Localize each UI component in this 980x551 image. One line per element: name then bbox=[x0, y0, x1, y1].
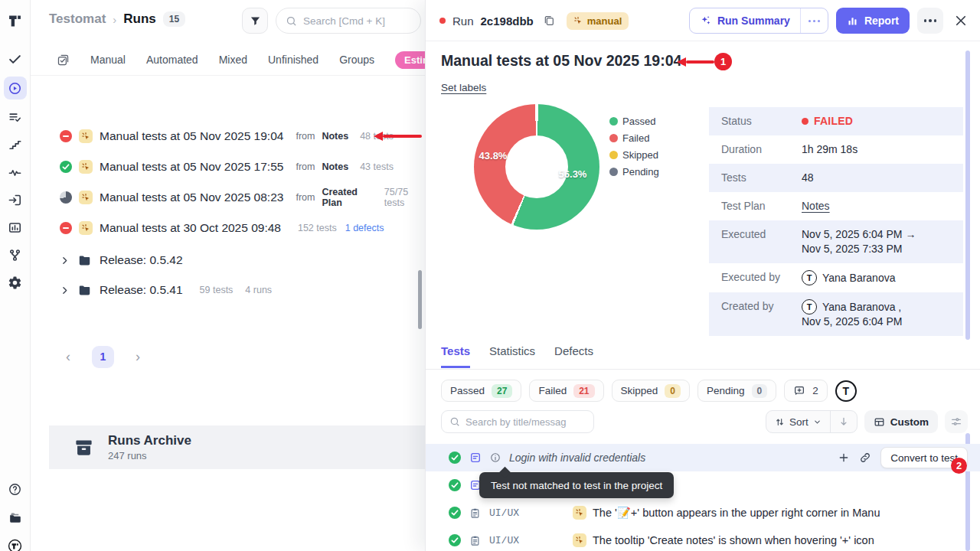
global-search-input[interactable] bbox=[303, 15, 411, 27]
breadcrumb-app[interactable]: Testomat bbox=[49, 11, 106, 27]
tests-search[interactable] bbox=[441, 410, 594, 433]
global-search[interactable] bbox=[276, 8, 421, 34]
pending-dot-icon bbox=[609, 168, 618, 176]
tests-search-input[interactable] bbox=[466, 416, 586, 428]
failed-slice-label: 43.8% bbox=[475, 150, 511, 161]
filter-button[interactable] bbox=[242, 8, 268, 34]
run-id: 2c198dbb bbox=[481, 15, 534, 28]
run-tests-count: 75/75 tests bbox=[384, 187, 425, 208]
run-summary-more-button[interactable] bbox=[800, 8, 828, 33]
annotation-arrow-title bbox=[677, 57, 714, 67]
tab-groups[interactable]: Groups bbox=[339, 54, 374, 66]
assignee-avatar[interactable]: T bbox=[835, 380, 857, 402]
test-row[interactable]: Login with invalid credentials Convert t… bbox=[426, 444, 980, 471]
tab-tests[interactable]: Tests bbox=[441, 344, 470, 368]
info-label: Executed by bbox=[721, 270, 802, 283]
test-row[interactable]: UI/UX The tooltip 'Create notes' is show… bbox=[426, 527, 980, 551]
pulse-nav-icon[interactable] bbox=[4, 161, 27, 184]
run-summary-button[interactable]: Run Summary bbox=[690, 8, 800, 33]
steps-nav-icon[interactable] bbox=[4, 133, 27, 156]
tab-statistics[interactable]: Statistics bbox=[489, 344, 535, 366]
test-plan-link[interactable]: Notes bbox=[802, 199, 830, 214]
run-row[interactable]: Manual tests at 05 Nov 2025 19:04 from N… bbox=[31, 121, 425, 152]
info-icon[interactable] bbox=[490, 452, 501, 463]
run-row[interactable]: Manual tests at 30 Oct 2025 09:48 152 te… bbox=[31, 213, 425, 243]
run-from-label: from bbox=[296, 161, 315, 172]
archive-box-icon bbox=[74, 437, 94, 458]
executed-by-user: TYana Baranova bbox=[802, 270, 895, 285]
run-row[interactable]: Manual tests at 05 Nov 2025 08:23 from C… bbox=[31, 182, 425, 213]
sort-direction-button[interactable] bbox=[830, 411, 857, 432]
custom-columns-button[interactable]: Custom bbox=[864, 410, 938, 433]
chevron-right-icon[interactable] bbox=[60, 256, 70, 266]
copy-icon[interactable] bbox=[543, 15, 555, 27]
custom-label: Custom bbox=[890, 416, 929, 428]
legend-label: Pending bbox=[622, 166, 659, 178]
tab-defects[interactable]: Defects bbox=[554, 344, 593, 366]
folder-icon bbox=[77, 283, 92, 298]
view-settings-button[interactable] bbox=[945, 410, 968, 433]
report-button[interactable]: Report bbox=[836, 8, 910, 34]
release-folder-row[interactable]: Release: 0.5.41 59 tests 4 runs bbox=[31, 276, 425, 305]
next-page-button[interactable]: › bbox=[131, 349, 145, 365]
manual-run-icon bbox=[573, 533, 586, 547]
failed-filter-chip[interactable]: Failed21 bbox=[529, 380, 603, 402]
run-defects-link[interactable]: 1 defects bbox=[345, 223, 384, 233]
info-label: Status bbox=[721, 114, 802, 127]
analytics-nav-icon[interactable] bbox=[4, 216, 27, 239]
detail-scrollbar[interactable] bbox=[965, 51, 970, 340]
release-folder-row[interactable]: Release: 0.5.42 bbox=[31, 246, 425, 275]
prev-page-button[interactable]: ‹ bbox=[61, 349, 75, 365]
runs-scrollbar[interactable] bbox=[418, 270, 422, 329]
import-nav-icon[interactable] bbox=[4, 188, 27, 211]
chart-legend: Passed Failed Skipped Pending bbox=[609, 116, 659, 178]
chevron-right-icon[interactable] bbox=[60, 285, 70, 295]
info-label: Test Plan bbox=[721, 199, 802, 212]
folder-title: Release: 0.5.42 bbox=[100, 253, 183, 267]
docs-icon[interactable] bbox=[4, 506, 27, 529]
breadcrumb-page[interactable]: Runs bbox=[123, 11, 156, 27]
test-plans-nav-icon[interactable] bbox=[4, 106, 27, 129]
add-icon[interactable] bbox=[838, 452, 850, 464]
sort-button[interactable]: Sort bbox=[766, 411, 830, 432]
run-from-value: Notes bbox=[322, 131, 348, 142]
manual-type-badge: manual bbox=[567, 12, 629, 30]
set-labels-link[interactable]: Set labels bbox=[441, 82, 486, 93]
arrow-down-icon bbox=[838, 416, 849, 427]
info-label: Tests bbox=[721, 171, 802, 184]
info-row-executed-by: Executed by TYana Baranova bbox=[709, 263, 963, 292]
clipboard-icon bbox=[469, 507, 481, 519]
more-options-button[interactable] bbox=[917, 8, 943, 34]
runs-archive-bar[interactable]: Runs Archive 247 runs bbox=[49, 425, 425, 469]
test-row[interactable]: UI/UX The '📝+' button appears in the upp… bbox=[426, 499, 980, 527]
help-icon[interactable] bbox=[4, 478, 27, 500]
run-row[interactable]: Manual tests at 05 Nov 2025 17:55 from N… bbox=[31, 152, 425, 182]
tab-unfinished[interactable]: Unfinished bbox=[268, 54, 318, 66]
runs-nav-icon[interactable] bbox=[4, 77, 27, 99]
testomat-logo-icon[interactable] bbox=[4, 9, 27, 32]
skipped-filter-chip[interactable]: Skipped0 bbox=[612, 380, 690, 402]
tests-toolbar: Sort Custom bbox=[426, 410, 980, 434]
passed-dot-icon bbox=[609, 117, 618, 126]
chevron-down-icon bbox=[813, 418, 822, 426]
breadcrumb-separator: › bbox=[113, 13, 116, 26]
branches-nav-icon[interactable] bbox=[4, 243, 27, 266]
manual-run-icon bbox=[79, 191, 93, 204]
pending-filter-chip[interactable]: Pending0 bbox=[697, 380, 776, 402]
failed-status-icon bbox=[60, 222, 72, 234]
avatar: T bbox=[802, 270, 817, 285]
passed-filter-chip[interactable]: Passed27 bbox=[441, 380, 521, 402]
profile-avatar[interactable] bbox=[4, 534, 27, 551]
failed-dot-icon bbox=[439, 18, 446, 24]
close-detail-icon[interactable] bbox=[954, 14, 968, 28]
settings-nav-icon[interactable] bbox=[4, 271, 27, 294]
tab-manual[interactable]: Manual bbox=[90, 54, 126, 66]
link-icon[interactable] bbox=[859, 452, 871, 464]
select-all-icon[interactable] bbox=[57, 54, 70, 67]
comments-filter-chip[interactable]: 2 bbox=[784, 380, 828, 402]
checks-nav-icon[interactable] bbox=[4, 47, 27, 70]
row-actions: Convert to test bbox=[838, 447, 968, 468]
tab-mixed[interactable]: Mixed bbox=[219, 54, 247, 66]
current-page-button[interactable]: 1 bbox=[92, 346, 114, 368]
tab-automated[interactable]: Automated bbox=[146, 54, 198, 66]
